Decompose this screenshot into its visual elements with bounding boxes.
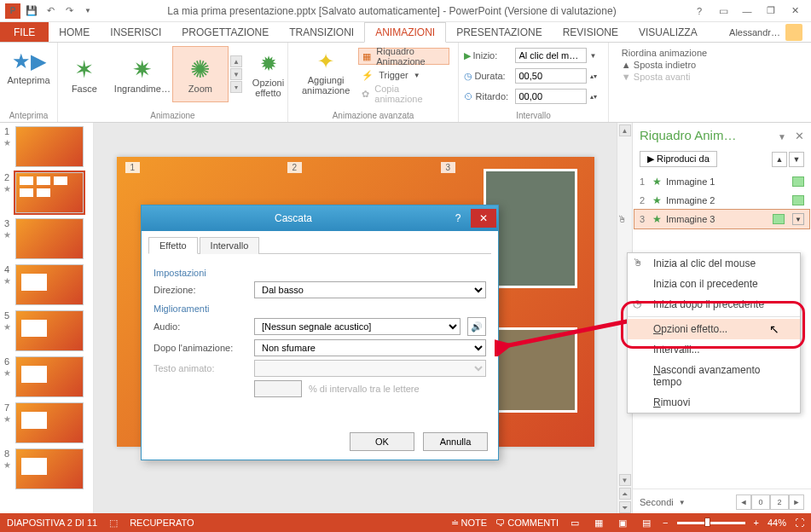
ctx-remove[interactable]: Rimuovi: [628, 392, 800, 413]
start-value[interactable]: [515, 48, 587, 63]
thumbnail-5[interactable]: [15, 310, 84, 351]
animation-painter-button[interactable]: ✿Copia animazione: [358, 85, 449, 102]
reorder-down-icon[interactable]: ▼: [789, 152, 804, 167]
comments-button[interactable]: 🗨 COMMENTI: [495, 518, 559, 528]
dialog-help-icon[interactable]: ?: [445, 209, 471, 228]
start-dd-icon[interactable]: ▼: [590, 52, 604, 60]
undo-icon[interactable]: ↶: [43, 3, 58, 19]
thumbnail-7[interactable]: [15, 402, 84, 443]
anim-entry-2[interactable]: 2★Immagine 2: [634, 191, 809, 210]
trigger-button[interactable]: ⚡Trigger▼: [358, 66, 449, 84]
next-slide-icon[interactable]: ⏷: [619, 501, 631, 513]
zoom-in-icon[interactable]: +: [754, 518, 759, 528]
trigger-icon: ⚡: [362, 70, 374, 81]
ctx-effect-options[interactable]: Opzioni effetto... ↖: [628, 319, 800, 339]
sound-test-icon[interactable]: 🔊: [467, 317, 486, 336]
anim-entry-3[interactable]: 🖱 3★Immagine 3 ▼: [634, 210, 809, 228]
add-animation-button[interactable]: ✦ Aggiungi animazione: [297, 46, 355, 104]
delay-value[interactable]: [515, 89, 587, 104]
account-menu[interactable]: Alessandr…: [721, 22, 811, 42]
thumbnail-2[interactable]: [15, 172, 84, 213]
duration-label: ◷ Durata:: [464, 71, 512, 82]
thumbnail-3[interactable]: [15, 218, 84, 259]
anim-entry-1[interactable]: 1★Immagine 1: [634, 172, 809, 191]
close-icon[interactable]: ✕: [785, 3, 804, 20]
prev-slide-icon[interactable]: ⏶: [619, 488, 631, 500]
tab-slideshow[interactable]: PRESENTAZIONE: [446, 22, 552, 42]
minimize-icon[interactable]: —: [738, 3, 756, 20]
timeline-prev-icon[interactable]: ◄: [736, 494, 751, 510]
fit-window-icon[interactable]: ⛶: [795, 518, 804, 528]
dialog-titlebar[interactable]: Cascata ? ✕: [142, 205, 498, 231]
recovered-label: RECUPERATO: [130, 518, 194, 528]
after-select[interactable]: Non sfumare: [254, 339, 486, 356]
help-icon[interactable]: ?: [690, 3, 709, 20]
redo-icon[interactable]: ↷: [61, 3, 77, 19]
entry-dropdown-icon[interactable]: ▼: [792, 213, 804, 225]
file-tab[interactable]: FILE: [0, 22, 49, 42]
zoom-out-icon[interactable]: −: [663, 518, 668, 528]
zoom-slider[interactable]: [677, 522, 745, 524]
anim-order-tag-2: 2: [287, 162, 303, 173]
duration-value[interactable]: [515, 68, 587, 84]
thumbnail-8[interactable]: [15, 448, 84, 489]
powerpoint-logo: P: [5, 3, 20, 19]
ctx-start-after-previous[interactable]: ◷Inizia dopo il precedente: [628, 294, 800, 315]
gallery-more-icon[interactable]: ▾: [230, 81, 242, 93]
audio-select[interactable]: [Nessun segnale acustico]: [254, 318, 461, 335]
dialog-tab-effetto[interactable]: Effetto: [148, 237, 198, 254]
anim-ingrandimento[interactable]: ✷Ingrandime…: [114, 46, 171, 102]
tab-insert[interactable]: INSERISCI: [100, 22, 171, 42]
pane-dropdown-icon[interactable]: ▼: [778, 132, 786, 142]
anim-zoom[interactable]: ✺Zoom: [172, 46, 229, 102]
duration-spin-icon[interactable]: ▴▾: [590, 72, 604, 80]
dialog-close-icon[interactable]: ✕: [471, 209, 496, 228]
direction-select[interactable]: Dal basso: [254, 281, 486, 298]
restore-icon[interactable]: ❐: [762, 3, 780, 20]
move-later-button[interactable]: ▼ Sposta avanti: [622, 72, 707, 82]
save-icon[interactable]: 💾: [24, 3, 39, 19]
timeline-next-icon[interactable]: ►: [789, 494, 804, 510]
reading-view-icon[interactable]: ▣: [615, 517, 630, 529]
tab-home[interactable]: HOME: [49, 22, 100, 42]
tab-transitions[interactable]: TRANSIZIONI: [279, 22, 364, 42]
dialog-tab-intervallo[interactable]: Intervallo: [200, 237, 260, 254]
delay-spin-icon[interactable]: ▴▾: [590, 93, 604, 101]
sorter-view-icon[interactable]: ▦: [591, 517, 606, 529]
anim-fasce[interactable]: ✶Fasce: [56, 46, 113, 102]
pane-close-icon[interactable]: ✕: [795, 130, 804, 142]
preview-button[interactable]: ★▶ Anteprima: [2, 46, 55, 87]
scroll-down-icon[interactable]: ▼: [619, 474, 631, 486]
ctx-timing[interactable]: Intervalli...: [628, 339, 800, 360]
ctx-start-on-click[interactable]: 🖱Inizia al clic del mouse: [628, 253, 800, 274]
ctx-hide-timeline[interactable]: Nascondi avanzamento tempo: [628, 360, 800, 392]
ok-button[interactable]: OK: [350, 432, 414, 451]
gallery-down-icon[interactable]: ▼: [230, 68, 242, 80]
play-from-button[interactable]: ▶ Riproduci da: [640, 151, 717, 167]
normal-view-icon[interactable]: ▭: [567, 517, 582, 529]
tab-review[interactable]: REVISIONE: [553, 22, 629, 42]
gallery-up-icon[interactable]: ▲: [230, 55, 242, 67]
cancel-button[interactable]: Annulla: [423, 432, 488, 451]
animation-pane-button[interactable]: ▦Riquadro Animazione: [358, 48, 449, 65]
ribbon-toggle-icon[interactable]: ▭: [714, 3, 733, 20]
tab-view[interactable]: VISUALIZZA: [629, 22, 708, 42]
move-earlier-button[interactable]: ▲ Sposta indietro: [622, 60, 707, 70]
thumbnail-4[interactable]: [15, 264, 84, 305]
thumbnail-1[interactable]: [15, 126, 84, 167]
group-advanced-label: Animazione avanzata: [333, 111, 414, 120]
effect-options-button[interactable]: ✹ Opzioni effetto: [247, 49, 289, 100]
reorder-up-icon[interactable]: ▲: [772, 152, 787, 167]
ctx-start-with-previous[interactable]: Inizia con il precedente: [628, 274, 800, 294]
spellcheck-icon[interactable]: ⬚: [109, 518, 118, 529]
slide-thumbnails[interactable]: 1★ 2★ 3★ 4★ 5★ 6★ 7★ 8★: [0, 123, 94, 515]
slideshow-view-icon[interactable]: ▤: [639, 517, 654, 529]
tab-design[interactable]: PROGETTAZIONE: [171, 22, 279, 42]
thumbnail-6[interactable]: [15, 356, 84, 397]
tab-animations[interactable]: ANIMAZIONI: [364, 22, 446, 43]
status-bar: DIAPOSITIVA 2 DI 11 ⬚ RECUPERATO ≐ NOTE …: [0, 513, 811, 532]
notes-button[interactable]: ≐ NOTE: [451, 518, 488, 529]
qat-dropdown-icon[interactable]: ▼: [80, 3, 96, 19]
zoom-value[interactable]: 44%: [768, 518, 786, 528]
scroll-up-icon[interactable]: ▲: [619, 124, 631, 136]
